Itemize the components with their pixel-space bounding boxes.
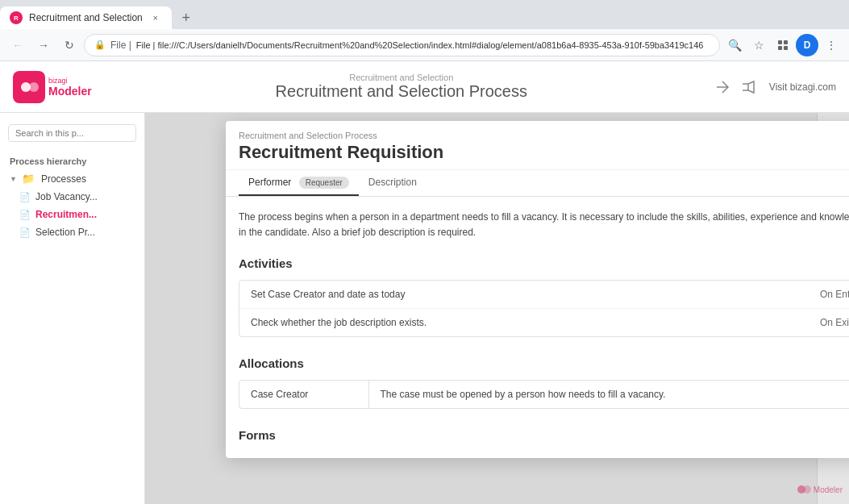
modal-dialog: Recruitment and Selection Process Recrui… <box>226 121 849 458</box>
modal-tabs: Performer Requester Description <box>226 170 849 197</box>
tab-title: Recruitment and Selection <box>29 12 143 23</box>
menu-button[interactable]: ⋮ <box>820 34 843 56</box>
bookmark-button[interactable]: ☆ <box>747 34 770 56</box>
tab-performer-label: Performer <box>248 177 291 188</box>
modal-body: The process begins when a person in a de… <box>226 197 849 458</box>
requester-badge: Requester <box>299 177 349 189</box>
header-icons <box>711 76 760 98</box>
forward-button[interactable]: → <box>32 34 55 56</box>
tab-performer[interactable]: Performer Requester <box>239 170 359 196</box>
tab-description[interactable]: Description <box>359 170 427 196</box>
sidebar-item-1[interactable]: 📄 Recruitmen... <box>0 206 144 223</box>
allocations-table-inner: Case Creator The case must be opened by … <box>239 381 849 408</box>
modal-subtitle: Recruitment and Selection Process <box>239 131 443 140</box>
allocation-role-0: Case Creator <box>239 381 368 408</box>
address-url: File | file:///C:/Users/danielh/Document… <box>136 40 704 50</box>
search-button[interactable]: 🔍 <box>723 34 746 56</box>
visit-link[interactable]: Visit bizagi.com <box>769 81 836 93</box>
new-tab-button[interactable]: + <box>175 6 198 29</box>
activity-row-1: Check whether the job description exists… <box>239 309 849 337</box>
activity-name-1: Check whether the job description exists… <box>239 309 809 337</box>
sidebar-processes[interactable]: ▼ 📁 Processes <box>0 169 144 188</box>
app-logo: bizagi Modeler <box>13 71 92 103</box>
svg-text:R: R <box>14 15 19 22</box>
description-section: The process begins when a person in a de… <box>239 210 849 240</box>
canvas-area[interactable]: Onboarding Recruitment and Selection Pro… <box>145 113 849 504</box>
sidebar: Process hierarchy ▼ 📁 Processes 📄 Job Va… <box>0 113 145 504</box>
app-container: bizagi Modeler Recruitment and Selection… <box>0 61 849 504</box>
sidebar-item-2[interactable]: 📄 Selection Pr... <box>0 223 144 241</box>
profile-button[interactable]: D <box>796 34 818 56</box>
lock-icon: 🔒 <box>94 40 106 50</box>
tab-close-button[interactable]: × <box>149 11 162 24</box>
arrow-icon: ▼ <box>10 175 17 183</box>
app-header: bizagi Modeler Recruitment and Selection… <box>0 61 849 113</box>
activities-title: Activities <box>239 256 849 270</box>
modal-header-content: Recruitment and Selection Process Recrui… <box>239 131 443 163</box>
logo-large: Modeler <box>48 85 92 98</box>
sidebar-item-label-0: Job Vacancy... <box>35 191 98 202</box>
allocations-table: Case Creator The case must be opened by … <box>239 380 849 409</box>
forms-section: Forms <box>239 428 849 442</box>
logo-small: bizagi <box>48 77 92 85</box>
activity-name-0: Set Case Creator and date as today <box>239 281 809 309</box>
extensions-button[interactable] <box>772 34 794 56</box>
allocation-row-0: Case Creator The case must be opened by … <box>239 381 849 408</box>
file-icon-1: 📄 <box>19 210 31 220</box>
logo-icon <box>13 71 45 103</box>
activities-table-inner: Set Case Creator and date as today On En… <box>239 281 849 336</box>
header-icon-1[interactable] <box>711 76 734 98</box>
activities-table: Set Case Creator and date as today On En… <box>239 280 849 337</box>
address-bar[interactable]: 🔒 File | File | file:///C:/Users/danielh… <box>84 34 720 56</box>
modal-title: Recruitment Requisition <box>239 142 443 163</box>
search-input[interactable] <box>8 124 136 142</box>
file-label: File | <box>110 40 131 51</box>
file-icon-0: 📄 <box>19 192 31 202</box>
svg-rect-5 <box>784 46 788 50</box>
allocation-desc-0: The case must be opened by a person how … <box>368 381 849 408</box>
browser-chrome: R Recruitment and Selection × + ← → ↻ 🔒 … <box>0 0 849 61</box>
tab-favicon: R <box>10 11 23 24</box>
activity-row-0: Set Case Creator and date as today On En… <box>239 281 849 309</box>
search-box <box>0 119 144 147</box>
sidebar-item-label-2: Selection Pr... <box>35 227 95 238</box>
sidebar-item-label-1: Recruitmen... <box>35 209 97 220</box>
forms-title: Forms <box>239 428 849 442</box>
activity-trigger-1: On Exit <box>809 309 849 337</box>
header-right: Visit bizagi.com <box>711 76 836 98</box>
hierarchy-label: Process hierarchy <box>0 153 144 169</box>
active-tab[interactable]: R Recruitment and Selection × <box>0 6 172 29</box>
back-button[interactable]: ← <box>6 34 29 56</box>
svg-rect-3 <box>784 40 788 44</box>
modal-overlay[interactable]: Recruitment and Selection Process Recrui… <box>145 113 849 504</box>
processes-label: Processes <box>41 173 86 185</box>
svg-rect-4 <box>778 46 782 50</box>
tab-bar: R Recruitment and Selection × + <box>0 0 849 29</box>
nav-bar: ← → ↻ 🔒 File | File | file:///C:/Users/d… <box>0 29 849 61</box>
description-text: The process begins when a person in a de… <box>239 210 849 240</box>
page-title: Recruitment and Selection Process <box>276 82 527 101</box>
file-icon-2: 📄 <box>19 227 31 238</box>
svg-rect-2 <box>778 40 782 44</box>
header-center: Recruitment and Selection Recruitment an… <box>276 73 527 101</box>
tab-description-label: Description <box>368 177 417 188</box>
folder-icon: 📁 <box>22 173 35 185</box>
activity-trigger-0: On Enter <box>809 281 849 309</box>
allocations-section: Allocations Case Creator The case must b… <box>239 356 849 409</box>
modal-header: Recruitment and Selection Process Recrui… <box>226 121 849 170</box>
main-area: Process hierarchy ▼ 📁 Processes 📄 Job Va… <box>0 113 849 504</box>
refresh-button[interactable]: ↻ <box>58 34 81 56</box>
breadcrumb: Recruitment and Selection <box>276 73 527 82</box>
sidebar-section: Process hierarchy ▼ 📁 Processes 📄 Job Va… <box>0 153 144 241</box>
header-icon-2[interactable] <box>737 76 760 98</box>
activities-section: Activities Set Case Creator and date as … <box>239 256 849 337</box>
allocations-title: Allocations <box>239 356 849 370</box>
nav-actions: 🔍 ☆ D ⋮ <box>723 34 843 56</box>
logo-text: bizagi Modeler <box>48 77 92 98</box>
svg-point-7 <box>29 82 39 92</box>
sidebar-item-0[interactable]: 📄 Job Vacancy... <box>0 188 144 206</box>
